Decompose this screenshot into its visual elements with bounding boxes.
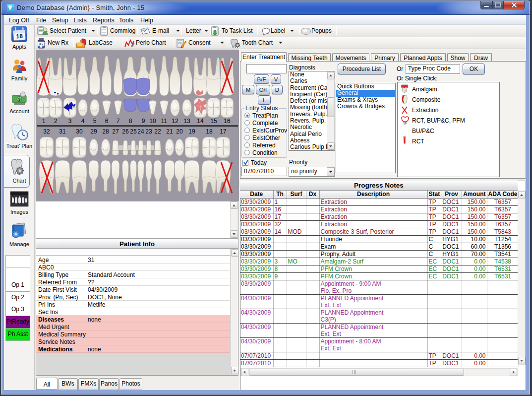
svg-text:8: 8 (129, 118, 132, 125)
svg-text:15: 15 (210, 118, 217, 125)
svg-text:27: 27 (112, 128, 119, 135)
svg-text:31: 31 (59, 128, 66, 135)
svg-text:17: 17 (220, 128, 227, 135)
svg-text:22: 22 (154, 128, 161, 135)
svg-text:28: 28 (102, 128, 109, 135)
svg-text:20: 20 (176, 128, 183, 135)
svg-text:18: 18 (206, 128, 213, 135)
svg-text:25: 25 (130, 128, 137, 135)
svg-text:26: 26 (122, 128, 129, 135)
svg-text:30: 30 (76, 128, 83, 135)
svg-text:2: 2 (54, 118, 58, 125)
svg-text:32: 32 (43, 128, 50, 135)
svg-text:29: 29 (90, 128, 97, 135)
svg-text:5: 5 (93, 118, 97, 125)
svg-text:6: 6 (105, 118, 109, 125)
svg-text:11: 11 (161, 118, 168, 125)
svg-text:13: 13 (183, 118, 190, 125)
svg-text:4: 4 (81, 118, 85, 125)
svg-text:Rx: Rx (39, 43, 43, 46)
svg-text:$: $ (18, 97, 20, 102)
svg-text:23: 23 (145, 128, 152, 135)
svg-text:9: 9 (142, 118, 145, 125)
svg-text:18: 18 (16, 33, 23, 40)
svg-text:1: 1 (42, 118, 46, 125)
svg-text:19: 19 (188, 128, 195, 135)
svg-text:24: 24 (137, 128, 144, 135)
svg-text:3: 3 (68, 118, 72, 125)
svg-text:14: 14 (197, 118, 204, 125)
svg-text:16: 16 (224, 118, 231, 125)
svg-text:7: 7 (117, 118, 120, 125)
svg-text:21: 21 (166, 128, 173, 135)
svg-text:12: 12 (172, 118, 178, 125)
svg-text:10: 10 (149, 118, 156, 125)
